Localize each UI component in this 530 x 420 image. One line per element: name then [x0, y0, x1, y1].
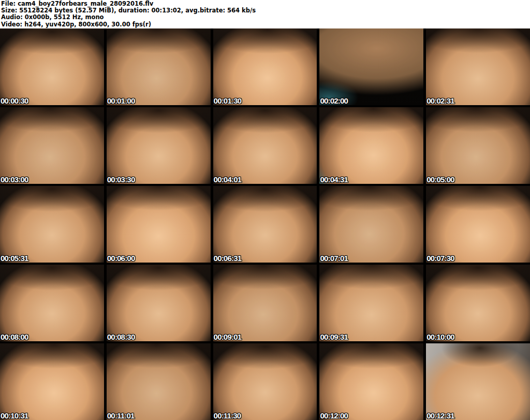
video-frame-placeholder [426, 107, 530, 184]
timestamp-label: 00:05:00 [426, 175, 454, 184]
metadata-header: File: cam4_boy27forbears_male_28092016.f… [0, 0, 530, 28]
video-frame-placeholder [107, 343, 211, 420]
thumbnail[interactable]: 00:09:31 [319, 265, 423, 341]
timestamp-label: 00:11:01 [107, 411, 135, 420]
thumbnail[interactable]: 00:02:31 [426, 28, 530, 105]
thumbnail[interactable]: 00:08:30 [107, 265, 211, 341]
timestamp-label: 00:04:31 [320, 175, 348, 184]
video-frame-placeholder [0, 265, 104, 341]
video-frame-placeholder [213, 343, 317, 420]
timestamp-label: 00:03:30 [107, 175, 135, 184]
thumbnail[interactable]: 00:03:30 [107, 107, 211, 184]
video-frame-placeholder [0, 107, 104, 184]
video-info-line: Video: h264, yuv420p, 800x600, 30.00 fps… [1, 21, 530, 28]
thumbnail[interactable]: 00:02:00 [319, 28, 423, 105]
timestamp-label: 00:01:30 [214, 96, 242, 105]
thumbnail[interactable]: 00:07:01 [319, 186, 423, 263]
timestamp-label: 00:02:31 [426, 96, 454, 105]
thumbnail[interactable]: 00:10:00 [426, 265, 530, 341]
thumbnail[interactable]: 00:06:31 [213, 186, 317, 263]
timestamp-label: 00:12:00 [320, 411, 348, 420]
thumbnail-grid: 00:00:3000:01:0000:01:3000:02:0000:02:31… [0, 28, 530, 420]
video-frame-placeholder [426, 186, 530, 263]
video-frame-placeholder [426, 343, 530, 420]
thumbnail[interactable]: 00:10:31 [0, 343, 104, 420]
video-frame-placeholder [0, 343, 104, 420]
timestamp-label: 00:12:31 [426, 411, 454, 420]
timestamp-label: 00:09:31 [320, 332, 348, 341]
contact-sheet: File: cam4_boy27forbears_male_28092016.f… [0, 0, 530, 420]
timestamp-label: 00:05:31 [1, 254, 28, 263]
thumbnail[interactable]: 00:06:00 [107, 186, 211, 263]
thumbnail[interactable]: 00:05:31 [0, 186, 104, 263]
video-frame-placeholder [107, 265, 211, 341]
thumbnail[interactable]: 00:07:30 [426, 186, 530, 263]
timestamp-label: 00:07:30 [426, 254, 454, 263]
thumbnail[interactable]: 00:04:01 [213, 107, 317, 184]
video-frame-placeholder [0, 28, 104, 105]
video-frame-placeholder [107, 186, 211, 263]
timestamp-label: 00:10:00 [426, 332, 454, 341]
video-frame-placeholder [319, 265, 423, 341]
video-frame-placeholder [107, 107, 211, 184]
timestamp-label: 00:03:00 [1, 175, 28, 184]
timestamp-label: 00:01:00 [107, 96, 135, 105]
timestamp-label: 00:02:00 [320, 96, 348, 105]
thumbnail[interactable]: 00:00:30 [0, 28, 104, 105]
video-frame-placeholder [213, 186, 317, 263]
video-frame-placeholder [319, 343, 423, 420]
thumbnail[interactable]: 00:12:00 [319, 343, 423, 420]
thumbnail[interactable]: 00:11:30 [213, 343, 317, 420]
video-frame-placeholder [319, 186, 423, 263]
thumbnail[interactable]: 00:05:00 [426, 107, 530, 184]
timestamp-label: 00:04:01 [214, 175, 242, 184]
timestamp-label: 00:06:00 [107, 254, 135, 263]
video-frame-placeholder [426, 265, 530, 341]
timestamp-label: 00:00:30 [1, 96, 28, 105]
video-frame-placeholder [107, 28, 211, 105]
timestamp-label: 00:11:30 [214, 411, 241, 420]
thumbnail[interactable]: 00:01:30 [213, 28, 317, 105]
thumbnail[interactable]: 00:03:00 [0, 107, 104, 184]
audio-info-line: Audio: 0x000b, 5512 Hz, mono [1, 14, 530, 21]
thumbnail[interactable]: 00:12:31 [426, 343, 530, 420]
thumbnail[interactable]: 00:09:01 [213, 265, 317, 341]
video-frame-placeholder [0, 186, 104, 263]
video-frame-placeholder [426, 28, 530, 105]
timestamp-label: 00:08:30 [107, 332, 135, 341]
thumbnail[interactable]: 00:08:00 [0, 265, 104, 341]
video-frame-placeholder [213, 265, 317, 341]
thumbnail[interactable]: 00:01:00 [107, 28, 211, 105]
video-frame-placeholder [213, 107, 317, 184]
timestamp-label: 00:08:00 [1, 332, 28, 341]
thumbnail[interactable]: 00:11:01 [107, 343, 211, 420]
thumbnail[interactable]: 00:04:31 [319, 107, 423, 184]
video-frame-placeholder [319, 28, 423, 105]
video-frame-placeholder [319, 107, 423, 184]
timestamp-label: 00:09:01 [214, 332, 242, 341]
timestamp-label: 00:07:01 [320, 254, 348, 263]
timestamp-label: 00:10:31 [1, 411, 28, 420]
video-frame-placeholder [213, 28, 317, 105]
timestamp-label: 00:06:31 [214, 254, 242, 263]
